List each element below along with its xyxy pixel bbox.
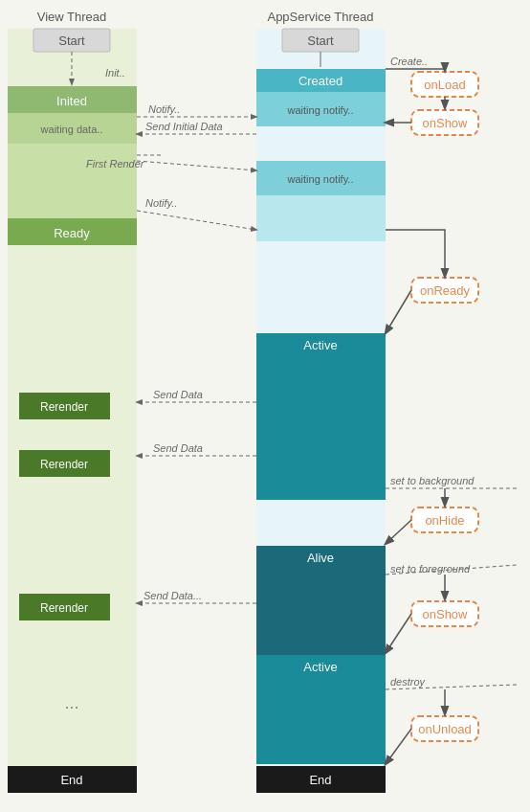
svg-rect-17 (256, 356, 386, 500)
rerender1-label: Rerender (40, 400, 88, 414)
ready-label: Ready (54, 226, 90, 240)
svg-line-37 (137, 211, 256, 230)
active1-label: Active (303, 338, 337, 352)
send-data2-label: Send Data (153, 442, 203, 454)
onshow2-callback: onShow (423, 607, 469, 621)
create-arrow-label: Create.. (390, 56, 428, 67)
onready-callback: onReady (420, 283, 471, 298)
diagram-container: View Thread AppService Thread Start Init… (0, 0, 530, 812)
waiting-notify2-label: waiting notify.. (287, 173, 354, 185)
send-initial-data-label: Send Initial Data (145, 121, 223, 132)
svg-rect-15 (256, 195, 386, 241)
notify2-arrow-label: Notify.. (145, 197, 177, 209)
as-start-label: Start (307, 34, 334, 48)
inited-label: Inited (56, 94, 87, 108)
set-to-background-label: set to background (390, 475, 475, 486)
as-end-label: End (309, 773, 331, 787)
view-end-label: End (60, 773, 82, 787)
appservice-thread-header: AppService Thread (267, 10, 373, 24)
destroy-label: destroy (390, 676, 427, 688)
view-start-label: Start (58, 34, 85, 48)
svg-line-36 (137, 161, 256, 170)
main-diagram: View Thread AppService Thread Start Init… (0, 0, 530, 812)
set-to-foreground-label: set to foreground (390, 563, 471, 575)
svg-rect-6 (8, 144, 137, 218)
first-render-label: First Render (86, 158, 145, 169)
rerender3-label: Rerender (40, 601, 88, 615)
waiting-notify1-label: waiting notify.. (287, 104, 354, 116)
rerender2-label: Rerender (40, 458, 88, 471)
notify1-arrow-label: Notify.. (148, 103, 180, 115)
onload-callback: onLoad (424, 78, 465, 92)
onunload-callback: onUnload (418, 722, 472, 736)
svg-rect-21 (256, 678, 386, 764)
send-data1-label: Send Data (153, 389, 203, 400)
onshow1-callback: onShow (423, 116, 469, 130)
svg-rect-19 (256, 569, 386, 655)
created-label: Created (298, 74, 342, 88)
send-data-dots-label: Send Data... (144, 590, 202, 601)
init-arrow-label: Init.. (105, 67, 125, 79)
onhide-callback: onHide (425, 513, 464, 528)
active2-label: Active (303, 660, 337, 674)
alive-label: Alive (307, 551, 334, 565)
view-thread-header: View Thread (37, 10, 107, 24)
waiting-data-label: waiting data.. (40, 124, 103, 135)
dots-label: ... (64, 693, 78, 712)
